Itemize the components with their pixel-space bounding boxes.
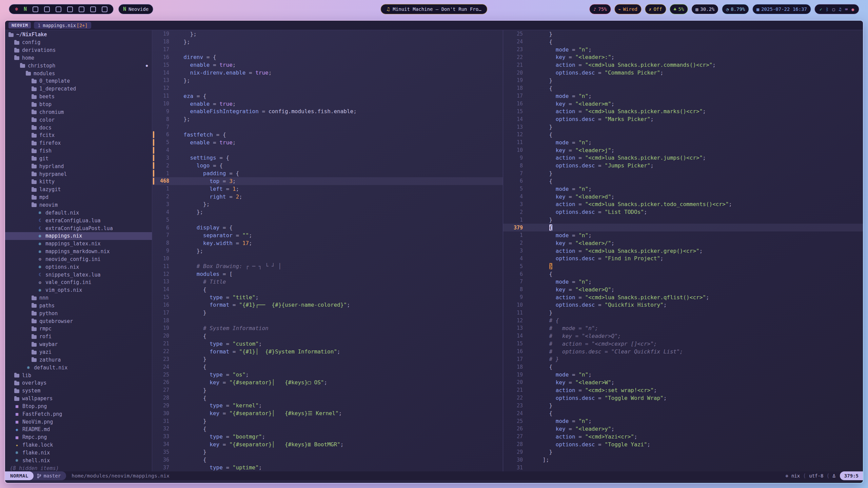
code-line[interactable]: 21 type = "custom"; [152, 340, 503, 348]
module-battery[interactable]: ♣5% [670, 4, 688, 14]
code-line[interactable]: 3 settings = { [152, 154, 503, 162]
code-line[interactable]: 34 key = "{#separator}│ {#keys}≣ BootMGR… [152, 441, 503, 448]
screen-icon[interactable]: ▢ [832, 7, 835, 12]
tree-item-Btop.png[interactable]: ▦Btop.png [5, 403, 152, 410]
code-line[interactable]: 1 } [503, 216, 863, 224]
code-line[interactable]: 22 format = "{#1}│ {#}System Information… [152, 348, 503, 355]
workspace-3[interactable] [56, 6, 61, 12]
tree-item-docs[interactable]: docs [5, 124, 152, 131]
code-line[interactable]: 6 { [503, 270, 863, 278]
tree-item-wallpapers[interactable]: wallpapers [5, 395, 152, 403]
code-line[interactable]: 25 type = "os"; [152, 371, 503, 379]
code-line[interactable]: 4 [152, 146, 503, 154]
code-line[interactable]: 21 action = "<cmd>lua Snacks.picker.comm… [503, 61, 863, 69]
workspace-6[interactable] [90, 6, 96, 12]
tree-item-neovim[interactable]: neovim [5, 201, 152, 209]
code-line[interactable]: 5 mode = "n"; [503, 185, 863, 193]
code-line[interactable]: 23 mode = "n"; [503, 46, 863, 54]
editor-left[interactable]: 19 };18 };1716 direnv = {15 enable = tru… [152, 30, 503, 471]
code-line[interactable]: 19 mode = "n"; [503, 371, 863, 379]
tree-item-system[interactable]: system [5, 387, 152, 395]
code-line[interactable]: 12 { [503, 131, 863, 139]
code-line[interactable]: 11 eza = { [152, 92, 503, 100]
tree-item-NixFlake[interactable]: ~/NixFlake [5, 31, 152, 39]
code-line[interactable]: 24 { [152, 363, 503, 371]
code-line[interactable]: 35 } [152, 448, 503, 456]
tree-item-default.nix[interactable]: ❄default.nix [5, 209, 152, 217]
code-line[interactable]: 2 options.desc = "List TODOs"; [503, 208, 863, 216]
tree-item-lib[interactable]: lib [5, 371, 152, 379]
module-vpn[interactable]: ✗Off [645, 4, 666, 14]
code-line[interactable]: 16 key = "<leader>m"; [503, 100, 863, 108]
tree-item-fish[interactable]: fish [5, 147, 152, 155]
tree-item-mappings_latex.nix[interactable]: ❄mappings_latex.nix [5, 240, 152, 248]
code-line[interactable]: 26 key = "<leader>y"; [503, 425, 863, 433]
module-memory[interactable]: ▤30.2% [691, 4, 718, 14]
code-line[interactable]: 2 key = "<leader>/"; [503, 239, 863, 247]
code-line[interactable]: 20 options.desc = "Commands Picker"; [503, 69, 863, 77]
code-line[interactable]: 33 type = "bootmgr"; [152, 433, 503, 441]
code-line[interactable]: 21 action = "<cmd>:set wrap!<cr>"; [503, 386, 863, 394]
module-clock[interactable]: ▦2025-07-22 16:37 [752, 4, 811, 14]
tree-item-vale_config.ini[interactable]: ⚙vale_config.ini [5, 279, 152, 286]
code-line[interactable]: 3 }; [152, 201, 503, 208]
tree-item-firefox[interactable]: firefox [5, 139, 152, 147]
code-line[interactable]: 10 options.desc = "Quickfix History"; [503, 301, 863, 309]
audio-icon[interactable]: ♫ [839, 7, 842, 12]
check-icon[interactable]: ✓ [820, 7, 822, 12]
tree-item-yazi[interactable]: yazi [5, 348, 152, 356]
code-line[interactable]: 468 top = 3; [152, 177, 503, 185]
code-line[interactable]: 13 } [503, 123, 863, 131]
code-line[interactable]: 12 [152, 84, 503, 92]
code-line[interactable]: 9 action = "<cmd>lua Snacks.picker.qflis… [503, 293, 863, 301]
code-line[interactable]: 28 { [152, 394, 503, 402]
tree-item-qutebrowser[interactable]: qutebrowser [5, 317, 152, 325]
tree-item-1_deprecated[interactable]: 1_deprecated [5, 85, 152, 93]
code-line[interactable]: 10 key = "<leader>j"; [503, 146, 863, 154]
code-line[interactable]: 20 { [152, 332, 503, 340]
code-line[interactable]: 19 # System Information [152, 324, 503, 332]
module-network[interactable]: ⌁Wired [614, 4, 642, 14]
workspace-2[interactable] [44, 6, 50, 12]
code-line[interactable]: 6 fastfetch = { [152, 131, 503, 139]
code-line[interactable]: 22 options.desc = "Toggle Word Wrap"; [503, 394, 863, 402]
bluetooth-icon[interactable]: ᛒ [826, 7, 829, 12]
code-line[interactable]: 1 mode = "n"; [503, 231, 863, 239]
code-line[interactable]: 30 ]; [503, 456, 863, 464]
tree-item-default.nix[interactable]: ❄default.nix [5, 364, 152, 371]
module-cpu[interactable]: ◔8.79% [722, 4, 749, 14]
code-line[interactable]: 10 [152, 255, 503, 262]
code-line[interactable]: 22 key = "<leader>:"; [503, 54, 863, 61]
tree-item-overlays[interactable]: overlays [5, 379, 152, 387]
code-line[interactable]: 6 { [503, 177, 863, 185]
code-line[interactable]: 15 action = "<cmd>lua Snacks.picker.mark… [503, 107, 863, 115]
workspace-5[interactable] [79, 6, 84, 12]
code-line[interactable]: 12 # { [503, 317, 863, 324]
code-line[interactable]: 12 modules = [ [152, 270, 503, 278]
tree-item-christoph[interactable]: christoph● [5, 62, 152, 69]
code-line[interactable]: 13 }; [152, 77, 503, 84]
tree-item-FastFetch.png[interactable]: ▦FastFetch.png [5, 410, 152, 418]
code-line[interactable]: 27 } [152, 386, 503, 394]
code-line[interactable]: 3 action = "<cmd>lua Snacks.picker.grep(… [503, 247, 863, 255]
code-line[interactable]: 17 } [152, 309, 503, 317]
tree-item-paths[interactable]: paths [5, 302, 152, 310]
code-line[interactable]: 37 type = "uptime"; [152, 464, 503, 471]
code-line[interactable]: 18 }; [152, 38, 503, 46]
code-line[interactable]: 14 options.desc = "Marks Picker"; [503, 115, 863, 123]
music-widget[interactable]: ♫ Minuit Machine – Don't Run Fro… [380, 4, 487, 14]
code-line[interactable]: 29 type = "kernel"; [152, 402, 503, 410]
code-line[interactable]: 19 }; [152, 30, 503, 38]
tree-item-python[interactable]: python [5, 309, 152, 317]
workspace-4[interactable] [67, 6, 73, 12]
code-line[interactable]: 17 [152, 46, 503, 54]
code-line[interactable]: 8 key = "<leader>Q"; [503, 286, 863, 293]
tree-item-NeoVim.png[interactable]: ▦NeoVim.png [5, 418, 152, 426]
code-line[interactable]: 15 type = "title"; [152, 293, 503, 301]
code-line[interactable]: 18 { [503, 84, 863, 92]
tree-item-README.md[interactable]: ◈README.md [5, 426, 152, 433]
tree-item-config[interactable]: config [5, 39, 152, 46]
code-line[interactable]: 13 # mode = "n"; [503, 324, 863, 332]
tree-item-extraConfigLuaPost.lua[interactable]: ☾extraConfigLuaPost.lua [5, 224, 152, 232]
tree-item-lazygit[interactable]: lazygit [5, 186, 152, 194]
